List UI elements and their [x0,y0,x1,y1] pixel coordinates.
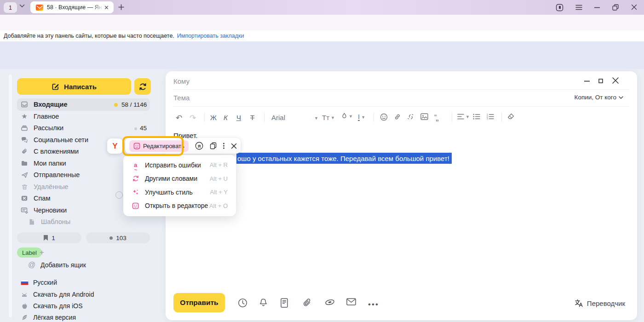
more-options-icon[interactable]: ••• [368,300,379,309]
light-version-link[interactable]: Лёгкая версия [20,314,76,321]
notes-icon[interactable] [281,298,288,308]
translator-button[interactable]: Переводчик [574,299,625,308]
attach-file-icon[interactable] [303,298,312,308]
bullet-list-icon[interactable] [473,114,480,120]
file-icon [28,218,36,225]
undo-icon[interactable]: ↶ [176,113,182,123]
eraser-icon[interactable] [507,113,514,120]
unread-filter-pill[interactable]: 103 [86,232,150,243]
light-version-label: Лёгкая версия [33,314,76,321]
add-mailbox-link[interactable]: @ Добавить ящик [28,261,86,269]
send-button[interactable]: Отправить [173,293,225,312]
reminder-bell-icon[interactable] [259,298,268,308]
selected-text[interactable]: ошо у остальных кажется тоже. Передавай … [236,153,452,164]
svg-text:3: 3 [487,118,488,120]
more-vertical-icon[interactable] [223,143,224,149]
add-label-icon[interactable]: + [40,248,44,257]
fix-errors-icon: a~ [132,163,139,167]
window-close-icon[interactable] [631,4,637,10]
menu-item-fix-errors[interactable]: a~ Исправить ошибки Alt + R [123,158,236,172]
chevron-down-icon[interactable]: ▼ [314,116,318,121]
sidebar-item-important[interactable]: ★ Главное [20,110,59,122]
sidebar-item-my-folders[interactable]: Мои папки [20,157,66,169]
chat-bubbles-icon [20,136,29,144]
text-color-icon[interactable]: I▼ [358,113,365,121]
folder-label: Социальные сети [34,136,88,144]
subject-field[interactable]: Тема [173,94,190,102]
sidebar-item-spam[interactable]: Спам [20,192,50,204]
menu-item-open-editor[interactable]: Открыть в редакторе Alt + O [123,199,236,213]
browser-toolbar: Я mail.yandex.ru 58 · Входящие — Яндекс … [0,15,644,30]
svg-text:Я: Я [198,144,201,149]
unlink-icon[interactable] [407,113,414,121]
insert-image-icon[interactable] [420,113,428,120]
window-minimize-icon[interactable] [594,7,600,8]
browser-menu-icon[interactable] [575,5,582,10]
schedule-send-icon[interactable] [238,298,247,308]
at-sign-icon: @ [28,261,36,269]
compose-close-icon[interactable] [612,77,619,84]
redo-icon[interactable]: ↷ [190,113,196,123]
attach-from-disk-icon[interactable] [325,298,335,306]
tab-counter-button[interactable]: 1 [4,2,17,13]
fill-color-icon[interactable]: ▼ [341,113,353,120]
menu-item-improve-style[interactable]: Улучшить стиль Alt + Y [123,185,236,199]
yandex-quick-button[interactable]: Y [107,138,123,154]
feather-icon [20,314,29,321]
to-field[interactable]: Кому [173,77,190,85]
tab-close-icon[interactable]: ✕ [104,4,109,11]
compose-expand-icon[interactable] [598,79,603,83]
sidebar-item-sent[interactable]: Отправленные [20,169,80,181]
compose-button[interactable]: Написать [17,78,131,95]
align-icon[interactable]: ▼ [457,114,470,120]
window-restore-icon[interactable] [612,4,619,11]
bookmark-filter-pill[interactable]: 1 [17,232,81,243]
attach-from-mail-icon[interactable] [346,298,356,305]
drafts-icon [20,207,29,214]
link-icon[interactable] [394,113,401,121]
tabs-dropdown-icon[interactable] [19,4,25,8]
copy-icon[interactable] [210,142,217,150]
strikethrough-icon[interactable]: Т [250,114,254,121]
sidebar-item-templates[interactable]: Шаблоны [28,216,70,228]
menu-label: Другими словами [145,175,197,182]
sidebar-item-trash[interactable]: Удалённые [20,181,69,193]
browser-tab[interactable]: 58 · Входящие — Яндек ✕ [30,1,114,13]
send-plane-icon [20,172,29,178]
compose-minimize-icon[interactable] [584,80,590,82]
bold-icon[interactable]: Ж [210,114,217,121]
sidebar-item-inbox[interactable]: Входящие [20,98,68,110]
sidebar-item-attachments[interactable]: С вложениями [20,145,79,157]
sidebar-item-drafts[interactable]: Черновики [20,204,67,216]
compose-window: Кому Тема Копии, От кого ↶ ↷ Ж К Ч Т Ari… [166,71,637,320]
cc-from-toggle[interactable]: Копии, От кого [575,94,623,101]
font-size-select[interactable]: Tт▼ [322,114,335,121]
sidebar-panel-icon[interactable] [556,4,564,12]
inbox-icon [20,101,29,108]
underline-icon[interactable]: Ч [236,114,241,121]
emoji-icon[interactable] [380,113,388,121]
close-toolbar-icon[interactable] [231,143,237,149]
android-icon [20,292,29,297]
import-bookmarks-link[interactable]: Импортировать закладки [177,33,244,39]
quote-icon[interactable]: “„ [434,113,438,123]
sidebar-scrollbar[interactable] [9,75,12,317]
inbox-count: 58 / 1146 [121,101,147,108]
sidebar-item-newsletters[interactable]: Рассылки [20,122,63,134]
italic-icon[interactable]: К [224,114,228,121]
divider [264,113,264,122]
refresh-mail-button[interactable] [134,78,151,95]
mail-main-area: Написать Входящие 58 / 1146 ★ Главное Ра… [0,69,644,322]
new-tab-button[interactable] [118,4,125,11]
sidebar-item-social[interactable]: Социальные сети [20,134,88,146]
font-family-select[interactable]: Arial [271,114,285,121]
ai-edit-button[interactable]: Редактировать [129,140,189,152]
menu-item-rephrase[interactable]: Другими словами Alt + U [123,172,236,186]
language-switcher[interactable]: Русский [20,279,57,286]
yandex-search-icon[interactable]: Я [195,142,203,150]
label-tag[interactable]: Label [17,247,42,258]
numbered-list-icon[interactable]: 123 [487,114,494,120]
download-ios-link[interactable]: Скачать для iOS [20,302,83,310]
download-android-link[interactable]: Скачать для Android [20,291,94,298]
font-size-value: Tт [322,114,329,121]
